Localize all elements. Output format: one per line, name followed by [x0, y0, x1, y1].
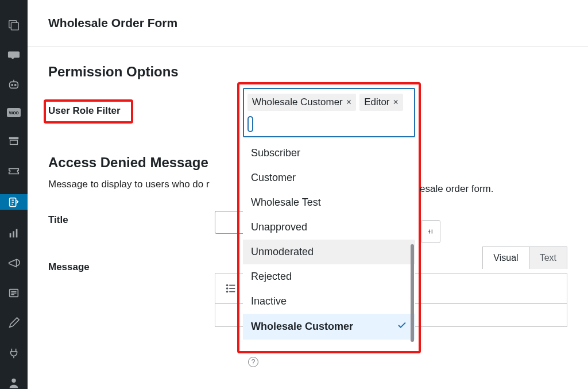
- role-option[interactable]: Rejected: [243, 264, 415, 289]
- title-label: Title: [48, 211, 215, 226]
- sidebar-item-archive[interactable]: [7, 134, 21, 147]
- svg-rect-2: [10, 82, 18, 88]
- svg-point-19: [227, 288, 228, 289]
- role-option[interactable]: Subscriber: [243, 141, 415, 165]
- check-icon: [397, 320, 407, 333]
- remove-chip-icon[interactable]: ×: [393, 97, 399, 107]
- svg-rect-11: [16, 229, 18, 238]
- svg-point-16: [11, 379, 16, 383]
- help-icon[interactable]: ?: [248, 357, 258, 367]
- svg-point-3: [11, 84, 13, 86]
- editor-tabs: Visual Text: [482, 247, 567, 269]
- role-option-label: Unapproved: [251, 221, 307, 233]
- svg-point-21: [227, 291, 228, 292]
- access-denied-description-right: esale order form.: [420, 183, 494, 195]
- multiselect-input-cursor[interactable]: [247, 116, 253, 132]
- remove-chip-icon[interactable]: ×: [346, 97, 351, 107]
- sidebar-item-comments[interactable]: [7, 48, 21, 61]
- role-filter-highlight-box: Wholesale Customer × Editor × Subscriber…: [237, 82, 421, 353]
- sidebar-item-appearance[interactable]: [7, 317, 21, 329]
- wp-admin-sidebar: woo: [0, 0, 28, 389]
- settings-panel: Permission Options User Role Filter Acce…: [28, 47, 588, 327]
- title-aux-button[interactable]: [421, 220, 440, 243]
- role-option[interactable]: Unapproved: [243, 215, 415, 240]
- role-chip-label: Wholesale Customer: [252, 97, 343, 108]
- sidebar-item-plugins[interactable]: [7, 346, 21, 359]
- user-role-filter-label-col: User Role Filter: [48, 96, 215, 124]
- svg-rect-10: [13, 231, 14, 237]
- role-option-label: Wholesale Customer: [251, 321, 353, 333]
- svg-point-4: [15, 84, 16, 86]
- permission-options-heading: Permission Options: [48, 64, 567, 80]
- role-option-label: Subscriber: [251, 147, 300, 159]
- editor-tab-visual[interactable]: Visual: [482, 247, 529, 269]
- sidebar-item-woocommerce[interactable]: woo: [7, 108, 21, 117]
- svg-point-17: [227, 285, 228, 286]
- svg-rect-9: [10, 233, 11, 237]
- sidebar-item-list[interactable]: [7, 287, 21, 299]
- role-option-label: Wholesale Test: [251, 197, 321, 209]
- sidebar-item-users[interactable]: [7, 376, 21, 389]
- role-filter-multiselect[interactable]: Wholesale Customer × Editor ×: [243, 88, 415, 137]
- page-title: Wholesale Order Form: [28, 0, 588, 47]
- main-content: Wholesale Order Form Permission Options …: [28, 0, 588, 389]
- role-filter-dropdown: SubscriberCustomerWholesale TestUnapprov…: [243, 141, 415, 346]
- sidebar-item-media[interactable]: [7, 18, 21, 31]
- role-option[interactable]: Wholesale Customer: [243, 314, 415, 340]
- role-option[interactable]: Customer: [243, 165, 415, 190]
- svg-rect-6: [9, 137, 19, 140]
- role-chip-label: Editor: [364, 97, 389, 108]
- role-chip-editor: Editor ×: [359, 94, 403, 111]
- user-role-filter-label-highlight: User Role Filter: [44, 99, 133, 124]
- sidebar-item-marketing[interactable]: [7, 257, 21, 269]
- role-option[interactable]: Unmoderated: [243, 240, 415, 264]
- message-label: Message: [48, 258, 215, 273]
- role-option-label: Customer: [251, 172, 296, 184]
- role-option-label: Rejected: [251, 271, 292, 283]
- sidebar-item-robot[interactable]: [7, 78, 21, 91]
- role-option[interactable]: Inactive: [243, 289, 415, 314]
- svg-rect-1: [11, 22, 18, 30]
- editor-tab-text[interactable]: Text: [529, 247, 567, 269]
- user-role-filter-label: User Role Filter: [48, 105, 121, 116]
- role-option[interactable]: Wholesale Test: [243, 190, 415, 215]
- sidebar-item-wholesale-active[interactable]: [0, 194, 28, 210]
- role-option-label: Inactive: [251, 295, 287, 307]
- sidebar-item-ticket[interactable]: [7, 164, 21, 177]
- sidebar-item-analytics[interactable]: [7, 227, 21, 240]
- role-chip-wholesale-customer: Wholesale Customer ×: [247, 94, 356, 111]
- svg-rect-7: [10, 140, 18, 144]
- role-option-label: Unmoderated: [251, 246, 314, 258]
- dropdown-scrollbar[interactable]: [411, 244, 414, 342]
